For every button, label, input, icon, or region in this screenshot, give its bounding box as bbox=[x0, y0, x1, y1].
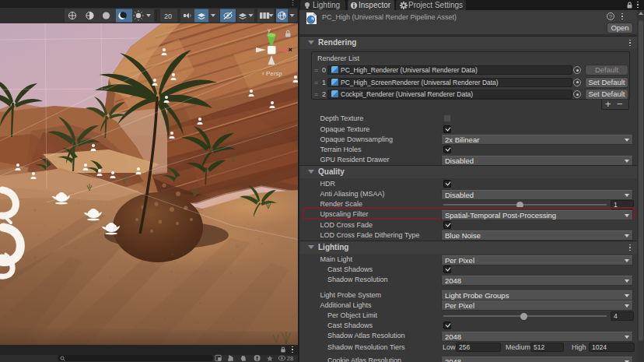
svg-text:20: 20 bbox=[164, 12, 172, 20]
svg-text:‹ Persp: ‹ Persp bbox=[262, 70, 282, 77]
svg-text:y: y bbox=[268, 26, 271, 33]
svg-text:28: 28 bbox=[287, 355, 294, 362]
